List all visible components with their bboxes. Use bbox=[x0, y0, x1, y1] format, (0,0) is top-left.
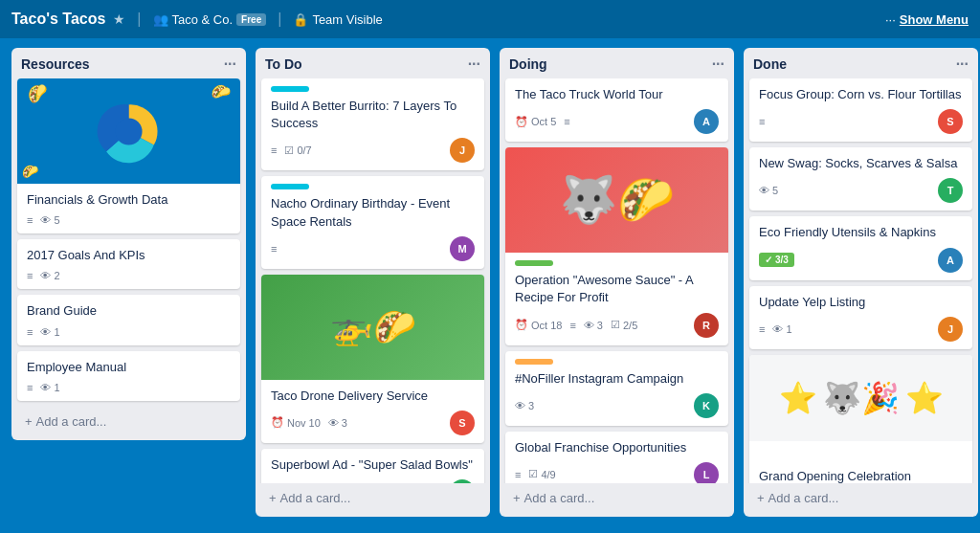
org-icon: 👥 bbox=[153, 12, 168, 27]
avatar-superbowl: T bbox=[450, 479, 475, 483]
card-meta-left-franchise: ≡ ☑ 4/9 bbox=[515, 468, 556, 480]
card-meta-left-financials: ≡ 👁 5 bbox=[27, 214, 60, 226]
org-name[interactable]: Taco & Co. bbox=[172, 12, 234, 27]
card-swag[interactable]: New Swag: Socks, Scarves & Salsa 👁 5 T bbox=[749, 147, 972, 211]
card-nacho-birthday[interactable]: Nacho Ordinary Birthday - Event Space Re… bbox=[261, 176, 484, 268]
meta-watchers-yelp: 👁 1 bbox=[772, 323, 791, 335]
column-title-doing: Doing bbox=[509, 56, 547, 72]
card-label-burrito bbox=[271, 86, 309, 92]
meta-clock-taco-truck: ⏰ Oct 5 bbox=[515, 116, 556, 128]
card-meta-swag: 👁 5 T bbox=[759, 178, 963, 203]
column-cards-resources: 🌮 🌮 🌮 Financials & Growth Data bbox=[11, 78, 246, 407]
card-title-swag: New Swag: Socks, Scarves & Salsa bbox=[759, 155, 963, 172]
card-title-franchise: Global Franchise Opportunities bbox=[515, 439, 719, 456]
card-meta-left-taco-truck: ⏰ Oct 5 ≡ bbox=[515, 116, 570, 128]
card-grand-opening[interactable]: ⭐ 🐺🎉 ⭐ Grand Opening Celebration ⏰ Aug 1… bbox=[749, 355, 972, 483]
column-title-resources: Resources bbox=[21, 56, 90, 72]
lock-icon: 🔒 bbox=[293, 12, 308, 27]
taco-deco3: 🌮 bbox=[22, 164, 38, 179]
card-title-taco-truck: The Taco Truck World Tour bbox=[515, 86, 719, 103]
meta-lines-brand: ≡ bbox=[27, 326, 33, 338]
meta-lines-focus: ≡ bbox=[759, 116, 765, 127]
lines-icon: ≡ bbox=[27, 214, 33, 226]
card-goals[interactable]: 2017 Goals And KPIs ≡ 👁 2 bbox=[17, 239, 240, 289]
card-title-awesome-sauce: Operation "Awesome Sauce" - A Recipe For… bbox=[515, 272, 719, 306]
header-divider2: | bbox=[278, 11, 281, 28]
column-header-doing: Doing ··· bbox=[500, 48, 734, 78]
card-meta-eco: ✓ 3/3 A bbox=[759, 248, 963, 273]
column-done: Done ··· Focus Group: Corn vs. Flour Tor… bbox=[744, 48, 978, 517]
card-financials[interactable]: 🌮 🌮 🌮 Financials & Growth Data bbox=[17, 78, 240, 233]
add-card-doing[interactable]: + Add a card... bbox=[505, 485, 728, 511]
card-meta-left-instagram: 👁 3 bbox=[515, 400, 534, 411]
free-badge: Free bbox=[236, 13, 266, 26]
checklist-icon: ☑ bbox=[284, 144, 294, 157]
card-taco-truck[interactable]: The Taco Truck World Tour ⏰ Oct 5 ≡ A bbox=[505, 78, 728, 142]
team-label[interactable]: Team Visible bbox=[312, 12, 382, 27]
column-menu-icon-todo[interactable]: ··· bbox=[468, 56, 480, 73]
meta-count-employee: 👁 1 bbox=[40, 382, 59, 393]
column-menu-icon-doing[interactable]: ··· bbox=[712, 56, 724, 73]
card-title-focus-group: Focus Group: Corn vs. Flour Tortillas bbox=[759, 86, 963, 103]
card-meta-brand: ≡ 👁 1 bbox=[27, 326, 231, 338]
financials-chart-image: 🌮 🌮 🌮 bbox=[17, 78, 240, 184]
meta-clock-awesome: ⏰ Oct 18 bbox=[515, 319, 562, 331]
column-menu-icon-resources[interactable]: ··· bbox=[224, 56, 236, 73]
board-title[interactable]: Taco's Tacos bbox=[11, 11, 105, 28]
add-card-done[interactable]: + Add a card... bbox=[749, 485, 972, 511]
header-right: ··· Show Menu bbox=[885, 12, 969, 27]
add-card-resources[interactable]: + Add a card... bbox=[17, 409, 240, 434]
column-doing: Doing ··· The Taco Truck World Tour ⏰ Oc… bbox=[500, 48, 734, 517]
card-burrito[interactable]: Build A Better Burrito: 7 Layers To Succ… bbox=[261, 78, 484, 170]
header-divider: | bbox=[137, 11, 141, 28]
card-eco[interactable]: Eco Friendly Utensils & Napkins ✓ 3/3 A bbox=[749, 216, 972, 279]
card-meta-burrito: ≡ ☑ 0/7 J bbox=[271, 138, 475, 163]
card-meta-left-yelp: ≡ 👁 1 bbox=[759, 323, 792, 335]
card-meta-left-employee: ≡ 👁 1 bbox=[27, 382, 60, 393]
meta-lines-taco-truck: ≡ bbox=[564, 116, 569, 127]
show-menu-button[interactable]: Show Menu bbox=[900, 12, 969, 27]
taco-deco1: 🌮 bbox=[24, 80, 51, 107]
meta-watchers-drone: 👁 3 bbox=[328, 417, 347, 429]
card-awesome-sauce[interactable]: 🐺🌮 Operation "Awesome Sauce" - A Recipe … bbox=[505, 147, 728, 344]
star-icon[interactable]: ★ bbox=[113, 11, 125, 27]
card-meta-left-eco: ✓ 3/3 bbox=[759, 253, 794, 267]
column-todo: To Do ··· Build A Better Burrito: 7 Laye… bbox=[256, 48, 490, 517]
card-employee-manual[interactable]: Employee Manual ≡ 👁 1 bbox=[17, 351, 240, 401]
card-meta-drone: ⏰ Nov 10 👁 3 S bbox=[271, 411, 475, 435]
plus-icon-todo: + bbox=[269, 491, 277, 505]
card-focus-group[interactable]: Focus Group: Corn vs. Flour Tortillas ≡ … bbox=[749, 78, 972, 142]
check-icon: ✓ bbox=[765, 255, 772, 265]
plus-icon-doing: + bbox=[513, 491, 521, 505]
drone-illustration: 🚁🌮 bbox=[261, 275, 484, 380]
card-drone[interactable]: 🚁🌮 Taco Drone Delivery Service ⏰ Nov 10 … bbox=[261, 275, 484, 443]
card-meta-focus-group: ≡ S bbox=[759, 109, 963, 134]
card-title-grand-opening: Grand Opening Celebration bbox=[759, 468, 963, 483]
card-yelp[interactable]: Update Yelp Listing ≡ 👁 1 J bbox=[749, 286, 972, 349]
card-meta-left-drone: ⏰ Nov 10 👁 3 bbox=[271, 416, 347, 429]
card-superbowl[interactable]: Superbowl Ad - "Super Salad Bowls" ⏰ Dec… bbox=[261, 449, 484, 483]
card-franchise[interactable]: Global Franchise Opportunities ≡ ☑ 4/9 L bbox=[505, 432, 728, 483]
column-menu-icon-done[interactable]: ··· bbox=[956, 56, 969, 73]
visibility-section: 🔒 Team Visible bbox=[293, 12, 382, 27]
card-title-goals: 2017 Goals And KPIs bbox=[27, 247, 231, 264]
avatar-taco-truck: A bbox=[694, 109, 719, 134]
meta-lines-employee: ≡ bbox=[27, 382, 33, 393]
card-instagram[interactable]: #NoFiller Instagram Campaign 👁 3 K bbox=[505, 351, 728, 426]
card-meta-nacho: ≡ M bbox=[271, 236, 475, 261]
column-header-todo: To Do ··· bbox=[256, 48, 490, 78]
card-meta-employee-manual: ≡ 👁 1 bbox=[27, 382, 231, 393]
svg-point-1 bbox=[115, 118, 142, 144]
card-meta-left-nacho: ≡ bbox=[271, 243, 277, 255]
card-title-superbowl: Superbowl Ad - "Super Salad Bowls" bbox=[271, 456, 475, 474]
column-header-resources: Resources ··· bbox=[11, 48, 246, 78]
card-title-brand: Brand Guide bbox=[27, 302, 231, 320]
card-meta-yelp: ≡ 👁 1 J bbox=[759, 317, 963, 342]
star-left: ⭐ bbox=[779, 380, 817, 416]
card-brand[interactable]: Brand Guide ≡ 👁 1 bbox=[17, 295, 240, 344]
meta-lines-burrito: ≡ bbox=[271, 144, 277, 156]
card-meta-left-goals: ≡ 👁 2 bbox=[27, 270, 60, 281]
meta-lines-financials: ≡ bbox=[27, 214, 33, 226]
add-card-todo[interactable]: + Add a card... bbox=[261, 485, 484, 511]
column-cards-done: Focus Group: Corn vs. Flour Tortillas ≡ … bbox=[744, 78, 978, 483]
